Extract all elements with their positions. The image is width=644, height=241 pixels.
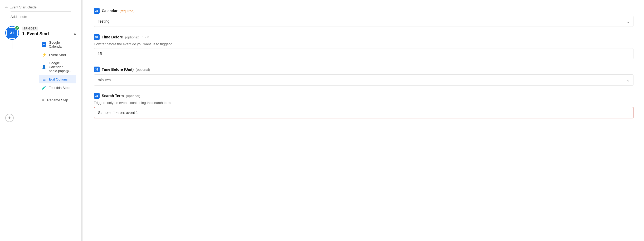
rename-step-label: Rename Step (47, 98, 68, 102)
step-title-text: 1. Event Start (22, 32, 74, 36)
time-before-number-tags: 1 2 3 (142, 35, 149, 39)
time-before-optional-tag: (optional) (125, 35, 139, 39)
sidebar: ✏ Event Start Guide Add a note 31 ✓ TRIG… (0, 0, 82, 241)
search-term-input[interactable] (94, 107, 633, 118)
field-label-search-term: 31 Search Term (optional) (94, 93, 633, 99)
field-label-time-before-unit: 31 Time Before (Unit) (optional) (94, 67, 633, 72)
check-badge: ✓ (15, 26, 19, 30)
rename-section: ✏ Rename Step (39, 96, 76, 109)
pencil-icon: ✏ (5, 6, 8, 9)
sidebar-item-label-account: Google Calendar paolo.papa@.. (49, 61, 74, 73)
time-before-unit-badge-icon: 31 (94, 67, 100, 72)
search-term-badge-icon: 31 (94, 93, 100, 99)
step-title: 1. Event Start ∧ (22, 32, 76, 36)
trigger-badge: TRIGGER (22, 27, 38, 31)
sidebar-item-edit-options[interactable]: ☰ Edit Options (39, 75, 76, 83)
trigger-row: 31 ✓ TRIGGER 1. Event Start ∧ (5, 26, 76, 109)
add-note[interactable]: Add a note (5, 15, 76, 19)
search-term-optional-tag: (optional) (126, 94, 140, 98)
sidebar-item-test-step[interactable]: 🧪 Test this Step (39, 83, 76, 92)
rename-pencil-icon: ✏ (42, 98, 45, 102)
sidebar-title-text: Event Start Guide (9, 5, 37, 9)
time-before-input[interactable] (94, 48, 633, 59)
time-before-unit-select-wrapper: minutes hours days ⌄ (94, 74, 633, 86)
sidebar-header: ✏ Event Start Guide Add a note (0, 5, 81, 26)
field-group-time-before-unit: 31 Time Before (Unit) (optional) minutes… (94, 67, 633, 86)
trigger-section: 31 ✓ TRIGGER 1. Event Start ∧ (0, 26, 81, 109)
calendar-select[interactable]: Testing (94, 16, 633, 27)
field-label-calendar: 31 Calendar (required) (94, 8, 633, 14)
main-content: 31 Calendar (required) Testing ⌄ 31 Time… (83, 0, 644, 241)
add-step-area: + (0, 109, 81, 126)
vert-line (12, 41, 12, 49)
sidebar-item-google-calendar[interactable]: 31 Google Calendar (39, 38, 76, 51)
add-step-button[interactable]: + (5, 114, 14, 122)
search-term-label-text: Search Term (102, 94, 124, 98)
field-group-calendar: 31 Calendar (required) Testing ⌄ (94, 8, 633, 27)
flask-icon: 🧪 (42, 86, 46, 90)
sidebar-item-label-event-start: Event Start (49, 53, 66, 57)
sidebar-item-event-start[interactable]: ⚡ Event Start (39, 51, 76, 59)
step-icon-wrapper: 31 ✓ (5, 26, 19, 40)
sidebar-item-label-google-calendar: Google Calendar (49, 41, 74, 48)
sidebar-item-account[interactable]: 👤 Google Calendar paolo.papa@.. (39, 59, 76, 75)
step-sub-menu: 31 Google Calendar ⚡ Event Start 👤 Googl… (39, 38, 76, 92)
bolt-icon: ⚡ (42, 53, 46, 57)
field-group-time-before: 31 Time Before (optional) 1 2 3 How far … (94, 34, 633, 59)
time-before-unit-select[interactable]: minutes hours days (94, 74, 633, 86)
calendar-badge-icon: 31 (94, 8, 100, 14)
person-icon: 👤 (42, 65, 46, 69)
sidebar-title-row: ✏ Event Start Guide (5, 5, 76, 9)
time-before-unit-label-text: Time Before (Unit) (102, 67, 134, 72)
google-calendar-icon: 31 (42, 42, 46, 47)
rename-step-item[interactable]: ✏ Rename Step (39, 96, 76, 104)
sidebar-item-label-edit-options: Edit Options (49, 77, 68, 81)
time-before-label-text: Time Before (102, 35, 123, 39)
time-before-badge-icon: 31 (94, 34, 100, 40)
calendar-required-tag: (required) (120, 9, 134, 13)
calendar-label-text: Calendar (102, 9, 118, 13)
step-info: TRIGGER 1. Event Start ∧ 31 Google Calen… (22, 26, 76, 109)
field-group-search-term: 31 Search Term (optional) Triggers only … (94, 93, 633, 118)
time-before-unit-optional-tag: (optional) (136, 68, 150, 72)
trigger-icon-col: 31 ✓ (5, 26, 19, 49)
search-term-description: Triggers only on events containing the s… (94, 101, 633, 105)
collapse-chevron-icon[interactable]: ∧ (74, 32, 76, 36)
time-before-description: How far before the event do you want us … (94, 42, 633, 46)
list-icon: ☰ (42, 77, 46, 81)
field-label-time-before: 31 Time Before (optional) 1 2 3 (94, 34, 633, 40)
calendar-select-wrapper: Testing ⌄ (94, 16, 633, 27)
sidebar-item-label-test-step: Test this Step (49, 86, 70, 90)
title-divider (11, 11, 71, 12)
calendar-num: 31 (10, 31, 14, 35)
